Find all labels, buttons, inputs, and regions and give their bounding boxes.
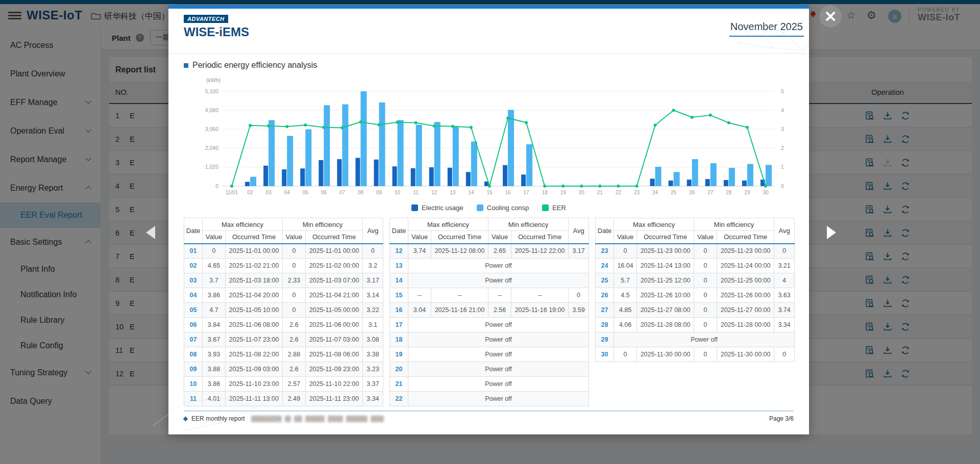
min-value-cell: 0 xyxy=(694,288,717,303)
date-cell[interactable]: 13 xyxy=(390,259,408,273)
min-time-cell: 2025-11-24 00:00 xyxy=(717,259,774,273)
max-time-cell: 2025-11-24 13:00 xyxy=(637,259,694,273)
date-cell[interactable]: 26 xyxy=(596,288,614,303)
date-cell[interactable]: 01 xyxy=(184,244,203,259)
next-page-arrow[interactable] xyxy=(827,226,836,239)
max-value-cell: 3.84 xyxy=(203,318,226,332)
svg-text:3,060: 3,060 xyxy=(205,126,218,132)
max-value-cell: 3.04 xyxy=(408,303,431,318)
svg-text:1,020: 1,020 xyxy=(205,164,218,170)
table-row: 2416.042025-11-24 13:0002025-11-24 00:00… xyxy=(596,259,795,273)
date-cell[interactable]: 28 xyxy=(596,318,614,332)
power-off-cell: Power off xyxy=(614,332,795,347)
date-cell[interactable]: 06 xyxy=(184,318,203,332)
power-off-cell: Power off xyxy=(408,377,589,392)
svg-text:25: 25 xyxy=(671,190,677,195)
svg-text:3: 3 xyxy=(781,126,784,132)
prev-page-arrow[interactable] xyxy=(146,226,155,239)
date-cell[interactable]: 29 xyxy=(596,332,614,347)
date-cell[interactable]: 05 xyxy=(184,303,203,318)
close-icon[interactable]: ✕ xyxy=(819,5,842,28)
date-cell[interactable]: 17 xyxy=(390,318,408,332)
svg-text:17: 17 xyxy=(524,190,530,195)
table-row: 19Power off xyxy=(390,347,589,362)
col-value: Value xyxy=(408,231,431,244)
date-cell[interactable]: 15 xyxy=(390,288,408,303)
date-cell[interactable]: 18 xyxy=(390,332,408,347)
svg-text:16: 16 xyxy=(505,190,511,195)
avg-cell: 3.37 xyxy=(363,377,383,392)
date-cell[interactable]: 14 xyxy=(390,273,408,288)
date-cell[interactable]: 04 xyxy=(184,288,203,303)
max-time-cell: 2025-11-08 22:00 xyxy=(226,347,283,362)
svg-text:14: 14 xyxy=(468,190,474,195)
redaction-block xyxy=(346,416,368,422)
svg-text:18: 18 xyxy=(542,190,548,195)
table-row: 123.742025-11-12 08:002.652025-11-12 22:… xyxy=(390,244,589,259)
max-value-cell: 16.04 xyxy=(614,259,637,273)
legend-label: EER xyxy=(552,204,566,212)
svg-text:29: 29 xyxy=(744,190,750,195)
date-cell[interactable]: 02 xyxy=(184,259,203,273)
table-row: 163.042025-11-16 21:002.562025-11-16 19:… xyxy=(390,303,589,318)
min-value-cell: 0 xyxy=(694,259,717,273)
min-value-cell: 0 xyxy=(694,244,717,259)
avg-cell: 3.2 xyxy=(363,259,383,273)
legend-swatch xyxy=(477,204,483,211)
legend-item[interactable]: EER xyxy=(542,204,566,212)
date-cell[interactable]: 25 xyxy=(596,273,614,288)
date-cell[interactable]: 19 xyxy=(390,347,408,362)
col-min-efficiency: Min efficiency xyxy=(283,218,363,231)
date-cell[interactable]: 16 xyxy=(390,303,408,318)
max-time-cell: 2025-11-03 18:00 xyxy=(226,273,283,288)
svg-text:05: 05 xyxy=(303,190,309,195)
date-cell[interactable]: 09 xyxy=(184,362,203,377)
date-cell[interactable]: 11 xyxy=(184,392,203,406)
date-cell[interactable]: 21 xyxy=(390,377,408,392)
min-time-cell: 2025-11-03 07:00 xyxy=(306,273,363,288)
efficiency-table: DateMax efficiencyMin efficiencyAvgValue… xyxy=(184,218,383,406)
max-time-cell: 2025-11-28 08:00 xyxy=(637,318,694,332)
date-cell[interactable]: 12 xyxy=(390,244,408,259)
wise-iems-logo: WISE-iEMS xyxy=(184,25,249,39)
min-value-cell: 2.33 xyxy=(283,273,306,288)
advantech-logo: ADVANTECH xyxy=(184,15,228,23)
legend-item[interactable]: Electric usage xyxy=(411,204,463,212)
svg-text:08: 08 xyxy=(358,190,364,195)
max-time-cell: 2025-11-07 23:00 xyxy=(226,332,283,347)
date-cell[interactable]: 22 xyxy=(390,392,408,406)
table-row: 033.72025-11-03 18:002.332025-11-03 07:0… xyxy=(184,273,383,288)
col-min-efficiency: Min efficiency xyxy=(694,218,774,231)
efficiency-table: DateMax efficiencyMin efficiencyAvgValue… xyxy=(595,218,795,362)
min-value-cell: 2.49 xyxy=(283,392,306,406)
min-time-cell: 2025-11-07 03:00 xyxy=(306,332,363,347)
date-cell[interactable]: 23 xyxy=(596,244,614,259)
svg-text:28: 28 xyxy=(726,190,732,195)
date-cell[interactable]: 24 xyxy=(596,259,614,273)
avg-cell: 0 xyxy=(774,347,795,362)
legend-item[interactable]: Cooling consp xyxy=(477,204,529,212)
svg-text:2,040: 2,040 xyxy=(205,145,218,151)
table-row: 043.862025-11-04 20:0002025-11-04 21:003… xyxy=(184,288,383,303)
legend-swatch xyxy=(411,204,418,211)
svg-text:21: 21 xyxy=(597,190,603,195)
col-date: Date xyxy=(596,218,614,244)
max-value-cell: 4.65 xyxy=(203,259,226,273)
min-time-cell: 2025-11-05 00:00 xyxy=(306,303,363,318)
date-cell[interactable]: 27 xyxy=(596,303,614,318)
date-cell[interactable]: 30 xyxy=(596,347,614,362)
min-value-cell: 2.57 xyxy=(283,377,306,392)
svg-text:0: 0 xyxy=(215,183,218,189)
date-cell[interactable]: 08 xyxy=(184,347,203,362)
min-value-cell: 0 xyxy=(283,259,306,273)
date-cell[interactable]: 07 xyxy=(184,332,203,347)
col-max-efficiency: Max efficiency xyxy=(203,218,283,231)
date-cell[interactable]: 20 xyxy=(390,362,408,377)
date-cell[interactable]: 03 xyxy=(184,273,203,288)
svg-text:09: 09 xyxy=(376,190,382,195)
section-bullet-icon xyxy=(184,63,188,68)
table-row: 3002025-11-30 00:0002025-11-30 00:000 xyxy=(596,347,795,362)
table-row: 29Power off xyxy=(596,332,795,347)
max-time-cell: -- xyxy=(431,288,488,303)
date-cell[interactable]: 10 xyxy=(184,377,203,392)
